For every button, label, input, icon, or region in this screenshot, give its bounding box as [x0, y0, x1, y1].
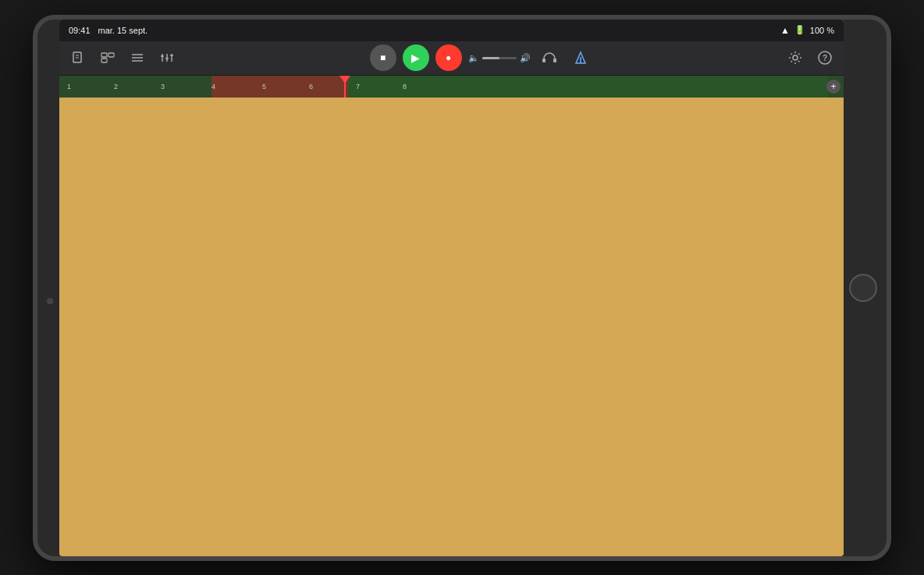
status-right: ▲ 🔋 100 %	[780, 25, 834, 36]
play-icon: ▶	[411, 51, 420, 64]
status-bar: 09:41 mar. 15 sept. ▲ 🔋 100 %	[59, 20, 844, 41]
battery-level: 100 %	[810, 26, 834, 35]
wifi-icon: ▲	[780, 25, 790, 36]
toolbar-right: ?	[783, 45, 837, 70]
headphone-icon	[542, 51, 557, 64]
battery-icon: 🔋	[794, 25, 805, 35]
svg-point-19	[793, 55, 798, 60]
metronome-button[interactable]	[568, 45, 593, 70]
volume-slider[interactable]: 🔈 🔊	[468, 53, 531, 63]
svg-text:?: ?	[823, 54, 827, 62]
svg-rect-3	[101, 53, 107, 57]
status-left: 09:41 mar. 15 sept.	[69, 26, 147, 35]
toolbar-left	[66, 45, 179, 70]
svg-rect-4	[108, 53, 114, 57]
settings-button[interactable]	[783, 45, 808, 70]
document-icon	[71, 51, 85, 65]
timeline-numbers: 1 2 3 4 5 6 7 8	[59, 76, 844, 98]
add-track-button[interactable]: +	[826, 80, 840, 94]
volume-low-icon: 🔈	[468, 53, 479, 63]
tick-5: 5	[262, 83, 266, 91]
new-track-button[interactable]	[66, 45, 91, 70]
gear-icon	[788, 51, 802, 65]
metronome-icon	[574, 51, 588, 65]
headphone-button[interactable]	[537, 45, 562, 70]
volume-track	[482, 57, 517, 59]
volume-fill	[482, 57, 499, 59]
toolbar: ■ ▶ ● 🔈 🔊	[59, 41, 844, 76]
help-icon: ?	[818, 51, 832, 65]
side-button	[47, 298, 53, 304]
tick-7: 7	[356, 83, 360, 91]
stop-icon: ■	[380, 52, 386, 63]
volume-high-icon: 🔊	[520, 53, 531, 63]
tick-4: 4	[211, 83, 215, 91]
tick-6: 6	[309, 83, 313, 91]
view-icon	[101, 52, 115, 63]
view-button[interactable]	[95, 45, 120, 70]
tick-8: 8	[403, 83, 407, 91]
toolbar-center: ■ ▶ ● 🔈 🔊	[183, 44, 780, 71]
help-button[interactable]: ?	[812, 45, 837, 70]
record-icon: ●	[446, 52, 451, 63]
timeline[interactable]: 1 2 3 4 5 6 7 8 +	[59, 76, 844, 98]
tracks-icon	[130, 52, 144, 63]
svg-rect-5	[101, 59, 107, 62]
svg-rect-15	[542, 59, 546, 62]
tick-1: 1	[67, 83, 71, 91]
stop-button[interactable]: ■	[370, 44, 396, 71]
svg-rect-16	[553, 59, 556, 62]
status-date: mar. 15 sept.	[98, 26, 148, 35]
tick-3: 3	[161, 83, 165, 91]
play-button[interactable]: ▶	[403, 44, 429, 71]
mixer-icon	[160, 52, 174, 63]
ipad-frame: 09:41 mar. 15 sept. ▲ 🔋 100 %	[33, 15, 891, 561]
record-button[interactable]: ●	[435, 44, 462, 71]
tick-2: 2	[114, 83, 118, 91]
status-time: 09:41	[69, 26, 91, 35]
screen: 09:41 mar. 15 sept. ▲ 🔋 100 %	[59, 20, 844, 556]
mixer-button[interactable]	[155, 45, 179, 70]
tracks-button[interactable]	[125, 45, 150, 70]
home-button[interactable]	[849, 274, 877, 302]
